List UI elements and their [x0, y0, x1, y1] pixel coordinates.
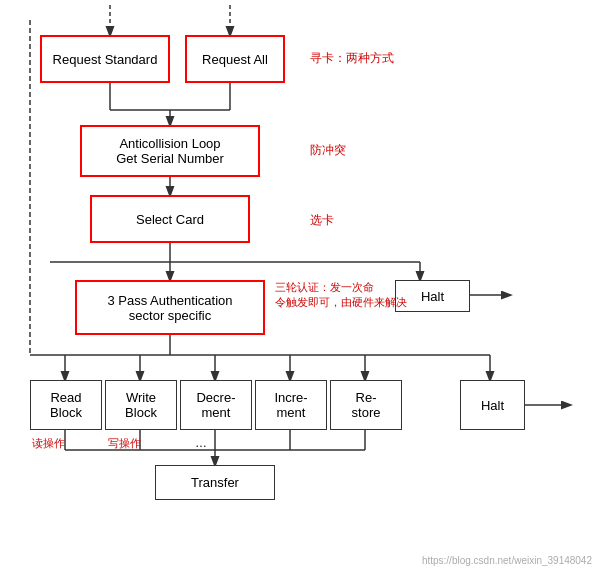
annotation-seek: 寻卡：两种方式 [310, 50, 394, 67]
write-block-box: Write Block [105, 380, 177, 430]
read-block-box: Read Block [30, 380, 102, 430]
restore-box: Re- store [330, 380, 402, 430]
annotation-anticollision: 防冲突 [310, 142, 346, 159]
annotation-dots: … [195, 436, 207, 450]
annotation-read-op: 读操作 [32, 436, 65, 451]
decrement-label: Decre- ment [196, 390, 235, 420]
auth-box: 3 Pass Authentication sector specific [75, 280, 265, 335]
select-card-box: Select Card [90, 195, 250, 243]
request-all-box: Request All [185, 35, 285, 83]
increment-label: Incre- ment [274, 390, 307, 420]
halt1-label: Halt [421, 289, 444, 304]
restore-label: Re- store [352, 390, 381, 420]
halt2-box: Halt [460, 380, 525, 430]
anticollision-label: Anticollision Loop Get Serial Number [116, 136, 224, 166]
annotation-auth: 三轮认证：发一次命 令触发即可，由硬件来解决 [275, 280, 407, 311]
anticollision-box: Anticollision Loop Get Serial Number [80, 125, 260, 177]
request-standard-box: Request Standard [40, 35, 170, 83]
diagram-container: Request Standard Request All 寻卡：两种方式 Ant… [0, 0, 597, 571]
decrement-box: Decre- ment [180, 380, 252, 430]
transfer-box: Transfer [155, 465, 275, 500]
annotation-select: 选卡 [310, 212, 334, 229]
increment-box: Incre- ment [255, 380, 327, 430]
write-block-label: Write Block [125, 390, 157, 420]
transfer-label: Transfer [191, 475, 239, 490]
watermark: https://blog.csdn.net/weixin_39148042 [422, 555, 592, 566]
halt2-label: Halt [481, 398, 504, 413]
annotation-write-op: 写操作 [108, 436, 141, 451]
request-standard-label: Request Standard [53, 52, 158, 67]
auth-label: 3 Pass Authentication sector specific [107, 293, 232, 323]
read-block-label: Read Block [50, 390, 82, 420]
select-card-label: Select Card [136, 212, 204, 227]
request-all-label: Request All [202, 52, 268, 67]
